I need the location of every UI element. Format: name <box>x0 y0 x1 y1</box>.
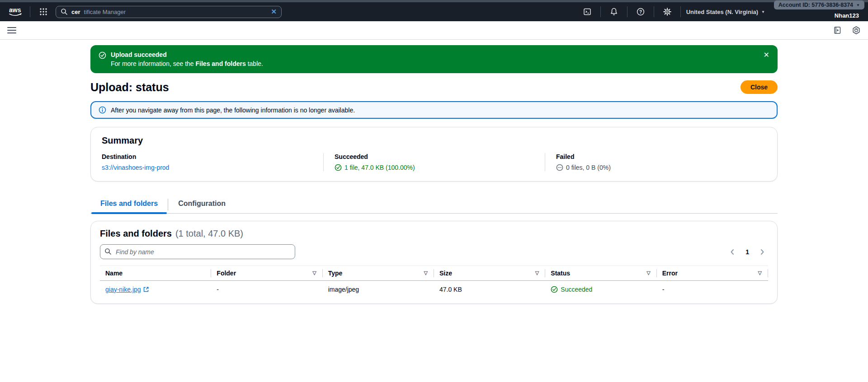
filter-icon[interactable]: ▽ <box>424 270 428 276</box>
secondary-toolbar <box>0 21 868 40</box>
next-page-icon[interactable] <box>756 247 768 257</box>
hamburger-menu-icon[interactable] <box>7 25 16 35</box>
column-header-size[interactable]: Size ▽ <box>434 266 545 281</box>
files-count: (1 total, 47.0 KB) <box>175 228 243 239</box>
success-check-icon <box>335 164 342 171</box>
flash-message-bold: Files and folders <box>196 60 246 67</box>
table-row: giay-nike.jpg - image/jpeg 47.0 KB <box>100 281 768 299</box>
divider <box>654 6 654 17</box>
summary-title: Summary <box>102 135 766 146</box>
help-icon[interactable]: ? <box>633 4 648 19</box>
folder-cell: - <box>211 281 322 299</box>
status-badge: Succeeded <box>551 286 651 293</box>
resources-journal-icon[interactable] <box>833 26 842 35</box>
files-table: Name Folder ▽ Type ▽ Size <box>100 266 768 299</box>
divider <box>30 6 30 17</box>
username-label: Nhan123 <box>835 12 859 19</box>
failed-value: 0 files, 0 B (0%) <box>566 164 611 171</box>
files-panel-title: Files and folders <box>100 228 172 239</box>
region-selector[interactable]: United States (N. Virginia) ▼ <box>686 9 765 15</box>
error-cell: - <box>657 281 768 299</box>
tab-configuration[interactable]: Configuration <box>168 197 236 213</box>
succeeded-label: Succeeded <box>335 153 534 160</box>
info-banner-text: After you navigate away from this page, … <box>111 107 355 114</box>
settings-gear-icon[interactable] <box>660 4 675 19</box>
none-ellipsis-icon <box>556 164 563 171</box>
cloudshell-icon[interactable] <box>580 4 595 19</box>
summary-succeeded: Succeeded 1 file, 47.0 KB (100.00%) <box>323 153 545 171</box>
divider <box>627 6 627 17</box>
close-button[interactable]: Close <box>741 80 778 94</box>
file-name-link[interactable]: giay-nike.jpg <box>105 286 149 293</box>
page-number-current[interactable]: 1 <box>743 248 752 256</box>
account-id-badge[interactable]: Account ID: 5776-3836-8374 ▼ <box>774 0 864 9</box>
filter-icon[interactable]: ▽ <box>535 270 539 276</box>
find-by-name-input[interactable] <box>100 244 295 259</box>
chevron-down-icon: ▼ <box>761 10 765 14</box>
account-id-text: Account ID: 5776-3836-8374 <box>778 2 853 8</box>
column-header-type[interactable]: Type ▽ <box>323 266 434 281</box>
success-flashbar: Upload succeeded For more information, s… <box>90 45 778 73</box>
aws-logo-icon: aws <box>7 6 24 18</box>
pagination: 1 <box>726 247 768 257</box>
files-and-folders-card: Files and folders (1 total, 47.0 KB) 1 <box>90 221 778 304</box>
region-label: United States (N. Virginia) <box>686 9 758 15</box>
flash-message: For more information, see the Files and … <box>111 59 263 68</box>
success-check-icon <box>551 286 558 293</box>
search-completion-text: tificate Manager <box>84 9 126 15</box>
main-content: Upload succeeded For more information, s… <box>90 45 778 304</box>
filter-icon[interactable]: ▽ <box>646 270 650 276</box>
services-grid-icon[interactable] <box>36 4 51 19</box>
global-search-input[interactable]: certificate Manager ✕ <box>56 6 282 18</box>
search-icon <box>104 248 112 255</box>
top-navigation: aws certificate Manager ✕ <box>0 2 868 21</box>
destination-bucket-link[interactable]: s3://vinashoes-img-prod <box>102 164 169 171</box>
tab-files-and-folders[interactable]: Files and folders <box>90 197 168 213</box>
filter-icon[interactable]: ▽ <box>312 270 316 276</box>
search-clear-icon[interactable]: ✕ <box>271 8 277 16</box>
destination-label: Destination <box>102 153 312 160</box>
size-cell: 47.0 KB <box>434 281 545 299</box>
external-link-icon <box>143 287 149 292</box>
success-check-icon <box>99 51 106 61</box>
summary-failed: Failed 0 files, 0 B (0%) <box>545 153 766 171</box>
tab-bar: Files and folders Configuration <box>90 197 778 214</box>
search-typed-text: cer <box>71 9 80 15</box>
column-header-name[interactable]: Name <box>100 266 211 281</box>
column-header-status[interactable]: Status ▽ <box>545 266 656 281</box>
summary-card: Summary Destination s3://vinashoes-img-p… <box>90 127 778 182</box>
type-cell: image/jpeg <box>323 281 434 299</box>
divider <box>680 6 681 17</box>
flash-title: Upload succeeded <box>111 50 263 59</box>
filter-icon[interactable]: ▽ <box>758 270 762 276</box>
divider <box>600 6 601 17</box>
aws-logo-text: aws <box>9 6 21 14</box>
column-header-error[interactable]: Error ▽ <box>657 266 768 281</box>
svg-text:?: ? <box>639 9 642 14</box>
column-header-folder[interactable]: Folder ▽ <box>211 266 322 281</box>
previous-page-icon[interactable] <box>726 247 738 257</box>
search-icon <box>61 8 68 15</box>
summary-destination: Destination s3://vinashoes-img-prod <box>102 153 323 171</box>
hexagon-clock-icon[interactable] <box>852 26 861 35</box>
page-title: Upload: status <box>90 81 169 94</box>
info-icon <box>99 106 106 114</box>
aws-logo[interactable]: aws <box>7 6 24 18</box>
failed-label: Failed <box>556 153 755 160</box>
notifications-bell-icon[interactable] <box>606 4 622 19</box>
flash-close-icon[interactable]: ✕ <box>764 51 769 59</box>
succeeded-value: 1 file, 47.0 KB (100.00%) <box>344 164 415 171</box>
chevron-down-icon: ▼ <box>856 3 860 7</box>
find-by-name-search <box>100 244 295 259</box>
info-banner: After you navigate away from this page, … <box>90 101 778 119</box>
